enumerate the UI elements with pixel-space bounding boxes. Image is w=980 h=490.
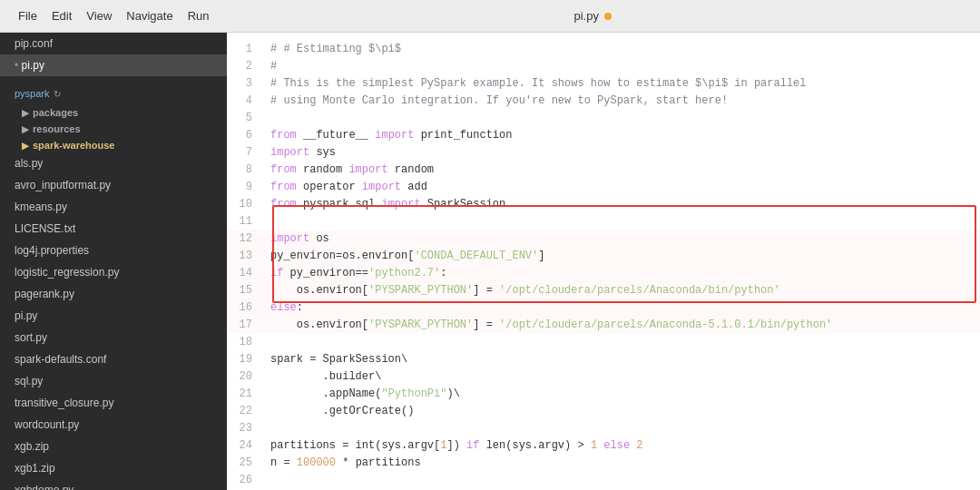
line-code: partitions = int(sys.argv[1]) if len(sys…: [263, 436, 980, 454]
line-number: 7: [227, 143, 263, 161]
sidebar-section-pyspark[interactable]: pyspark ↻: [0, 83, 227, 103]
table-row: 22 .getOrCreate(): [227, 402, 980, 419]
table-row: 17 os.environ['PYSPARK_PYTHON'] = '/opt/…: [227, 316, 980, 333]
line-code: # # Estimating $\pi$: [263, 40, 980, 57]
sidebar-group-resources[interactable]: ▶resources: [0, 120, 227, 136]
table-row: 19 spark = SparkSession\: [227, 350, 980, 368]
table-row: 24 partitions = int(sys.argv[1]) if len(…: [227, 436, 980, 454]
line-code: from random import random: [263, 161, 980, 178]
sidebar-file-xgb1[interactable]: xgb1.zip: [0, 457, 227, 479]
table-row: 1 # # Estimating $\pi$: [227, 40, 980, 57]
line-number: 25: [227, 454, 263, 471]
table-row: 9 from operator import add: [227, 178, 980, 195]
table-row: 3 # This is the simplest PySpark example…: [227, 74, 980, 92]
sidebar-file-pipy[interactable]: pi.py: [0, 54, 227, 76]
table-row: 25 n = 100000 * partitions: [227, 454, 980, 471]
table-row: 21 .appName("PythonPi")\: [227, 385, 980, 402]
sidebar-file-wordcount[interactable]: wordcount.py: [0, 414, 227, 436]
table-row: 15 os.environ['PYSPARK_PYTHON'] = '/opt/…: [227, 281, 980, 299]
table-row: 12 import os: [227, 230, 980, 247]
sidebar-file-xgbdemo[interactable]: xgbdemo.py: [0, 479, 227, 490]
menu-edit[interactable]: Edit: [44, 5, 79, 26]
line-code: else:: [263, 299, 980, 316]
line-code: # This is the simplest PySpark example. …: [263, 74, 980, 92]
line-code: os.environ['PYSPARK_PYTHON'] = '/opt/clo…: [263, 316, 980, 333]
line-number: 2: [227, 57, 263, 74]
sidebar-file-pagerank[interactable]: pagerank.py: [0, 283, 227, 305]
line-code: # using Monte Carlo integration. If you'…: [263, 92, 980, 109]
line-code: n = 100000 * partitions: [263, 454, 980, 471]
line-code: [263, 212, 980, 230]
line-number: 5: [227, 109, 263, 126]
line-number: 3: [227, 74, 263, 92]
sidebar-file-xgb[interactable]: xgb.zip: [0, 436, 227, 457]
sidebar-group-spark-warehouse[interactable]: ▶spark-warehouse: [0, 136, 227, 152]
line-number: 15: [227, 281, 263, 299]
menu-file[interactable]: File: [11, 5, 44, 26]
line-number: 19: [227, 350, 263, 368]
table-row: 5: [227, 109, 980, 126]
line-code: from pyspark.sql import SparkSession: [263, 195, 980, 212]
table-row: 13 py_environ=os.environ['CONDA_DEFAULT_…: [227, 247, 980, 264]
line-code: if py_environ=='python2.7':: [263, 264, 980, 281]
main-layout: pip.conf pi.py pyspark ↻ ▶packages ▶reso…: [0, 33, 980, 490]
table-row: 14 if py_environ=='python2.7':: [227, 264, 980, 281]
line-number: 18: [227, 333, 263, 350]
line-number: 12: [227, 230, 263, 247]
sidebar-file-transitive[interactable]: transitive_closure.py: [0, 392, 227, 414]
line-number: 9: [227, 178, 263, 195]
sidebar-file-sort[interactable]: sort.py: [0, 327, 227, 348]
sidebar-file-license[interactable]: LICENSE.txt: [0, 218, 227, 240]
line-code: [263, 109, 980, 126]
sidebar-file-log4j[interactable]: log4j.properties: [0, 240, 227, 261]
refresh-icon[interactable]: ↻: [54, 89, 61, 99]
sidebar-file-alspy[interactable]: als.py: [0, 152, 227, 174]
table-row: 4 # using Monte Carlo integration. If yo…: [227, 92, 980, 109]
line-code: .builder\: [263, 368, 980, 385]
line-code: from __future__ import print_function: [263, 126, 980, 143]
line-code: py_environ=os.environ['CONDA_DEFAULT_ENV…: [263, 247, 980, 264]
menu-run[interactable]: Run: [181, 5, 217, 26]
line-number: 22: [227, 402, 263, 419]
sidebar-file-sql[interactable]: sql.py: [0, 370, 227, 392]
table-row: 18: [227, 333, 980, 350]
line-number: 8: [227, 161, 263, 178]
line-code: from operator import add: [263, 178, 980, 195]
menu-view[interactable]: View: [79, 5, 119, 26]
line-number: 6: [227, 126, 263, 143]
line-code: import os: [263, 230, 980, 247]
line-number: 24: [227, 436, 263, 454]
sidebar-file-logistic[interactable]: logistic_regression.py: [0, 261, 227, 283]
line-code: .getOrCreate(): [263, 402, 980, 419]
menu-navigate[interactable]: Navigate: [119, 5, 180, 26]
sidebar-file-pi[interactable]: pi.py: [0, 305, 227, 327]
line-code: os.environ['PYSPARK_PYTHON'] = '/opt/clo…: [263, 281, 980, 299]
sidebar: pip.conf pi.py pyspark ↻ ▶packages ▶reso…: [0, 33, 227, 490]
line-code: [263, 471, 980, 488]
sidebar-file-sparkdefaults[interactable]: spark-defaults.conf: [0, 348, 227, 370]
editor-title: pi.py: [574, 9, 599, 23]
table-row: 16 else:: [227, 299, 980, 316]
line-number: 13: [227, 247, 263, 264]
sidebar-group-packages[interactable]: ▶packages: [0, 103, 227, 120]
line-number: 11: [227, 212, 263, 230]
sidebar-file-pipconf[interactable]: pip.conf: [0, 33, 227, 54]
modified-indicator: [604, 13, 612, 20]
sidebar-file-avro[interactable]: avro_inputformat.py: [0, 174, 227, 196]
line-number: 26: [227, 471, 263, 488]
line-number: 17: [227, 316, 263, 333]
sidebar-file-kmeans[interactable]: kmeans.py: [0, 196, 227, 218]
table-row: 2 #: [227, 57, 980, 74]
line-number: 16: [227, 299, 263, 316]
table-row: 26: [227, 471, 980, 488]
pyspark-label: pyspark: [15, 88, 50, 99]
code-editor[interactable]: 1 # # Estimating $\pi$ 2 # 3 # This is t…: [227, 33, 980, 490]
line-code: .appName("PythonPi")\: [263, 385, 980, 402]
line-number: 20: [227, 368, 263, 385]
line-number: 14: [227, 264, 263, 281]
table-row: 20 .builder\: [227, 368, 980, 385]
line-code: [263, 333, 980, 350]
menu-bar: File Edit View Navigate Run pi.py: [0, 0, 980, 33]
line-code: import sys: [263, 143, 980, 161]
line-number: 23: [227, 419, 263, 436]
